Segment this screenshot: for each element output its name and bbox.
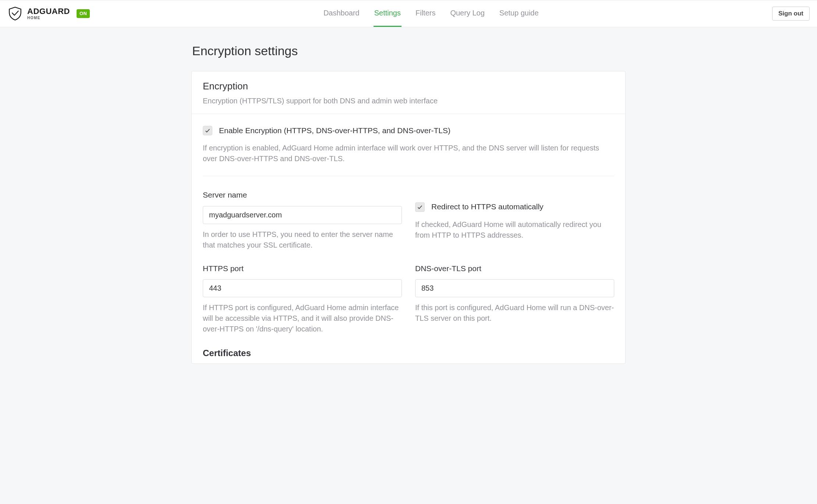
- shield-check-icon: [7, 6, 23, 21]
- enable-encryption-label: Enable Encryption (HTTPS, DNS-over-HTTPS…: [219, 125, 450, 136]
- server-name-help: In order to use HTTPS, you need to enter…: [203, 229, 402, 251]
- enable-encryption-help: If encryption is enabled, AdGuard Home a…: [203, 143, 614, 164]
- nav-dashboard[interactable]: Dashboard: [323, 0, 360, 27]
- card-subtitle: Encryption (HTTPS/TLS) support for both …: [203, 96, 614, 106]
- redirect-field: Redirect to HTTPS automatically If check…: [415, 189, 614, 250]
- redirect-label: Redirect to HTTPS automatically: [431, 201, 544, 212]
- tls-port-input[interactable]: [415, 279, 614, 297]
- tls-port-help: If this port is configured, AdGuard Home…: [415, 302, 614, 324]
- divider: [203, 176, 614, 176]
- server-name-label: Server name: [203, 189, 402, 200]
- redirect-row: Redirect to HTTPS automatically: [415, 201, 614, 212]
- brand-subname: HOME: [27, 16, 70, 20]
- sign-out-button[interactable]: Sign out: [772, 7, 810, 21]
- brand-name: ADGUARD: [27, 7, 70, 15]
- https-port-input[interactable]: [203, 279, 402, 297]
- tls-port-field: DNS-over-TLS port If this port is config…: [415, 263, 614, 334]
- card-body: Enable Encryption (HTTPS, DNS-over-HTTPS…: [192, 114, 625, 363]
- signout-area: Sign out: [772, 7, 810, 21]
- brand-text: ADGUARD HOME: [27, 7, 70, 20]
- encryption-card: Encryption Encryption (HTTPS/TLS) suppor…: [191, 71, 626, 364]
- page-title: Encryption settings: [191, 42, 626, 60]
- tls-port-label: DNS-over-TLS port: [415, 263, 614, 274]
- redirect-help: If checked, AdGuard Home will automatica…: [415, 219, 614, 241]
- server-name-input[interactable]: [203, 206, 402, 224]
- main-nav: Dashboard Settings Filters Query Log Set…: [90, 0, 772, 27]
- top-bar: ADGUARD HOME ON Dashboard Settings Filte…: [0, 0, 817, 27]
- certificates-heading: Certificates: [203, 347, 614, 360]
- nav-query-log[interactable]: Query Log: [449, 0, 485, 27]
- https-port-help: If HTTPS port is configured, AdGuard Hom…: [203, 302, 402, 334]
- nav-filters[interactable]: Filters: [415, 0, 436, 27]
- ports-row: HTTPS port If HTTPS port is configured, …: [203, 263, 614, 334]
- nav-settings[interactable]: Settings: [374, 0, 402, 27]
- server-name-field: Server name In order to use HTTPS, you n…: [203, 189, 402, 250]
- card-header: Encryption Encryption (HTTPS/TLS) suppor…: [192, 71, 625, 114]
- status-badge: ON: [77, 9, 90, 18]
- check-icon: [417, 204, 423, 210]
- page: Encryption settings Encryption Encryptio…: [191, 27, 626, 386]
- redirect-checkbox[interactable]: [415, 202, 425, 212]
- nav-setup-guide[interactable]: Setup guide: [499, 0, 540, 27]
- https-port-label: HTTPS port: [203, 263, 402, 274]
- card-title: Encryption: [203, 79, 614, 93]
- enable-encryption-checkbox[interactable]: [203, 126, 212, 135]
- enable-encryption-row: Enable Encryption (HTTPS, DNS-over-HTTPS…: [203, 125, 614, 136]
- server-redirect-row: Server name In order to use HTTPS, you n…: [203, 189, 614, 250]
- https-port-field: HTTPS port If HTTPS port is configured, …: [203, 263, 402, 334]
- check-icon: [205, 128, 211, 134]
- brand-block: ADGUARD HOME ON: [7, 6, 90, 21]
